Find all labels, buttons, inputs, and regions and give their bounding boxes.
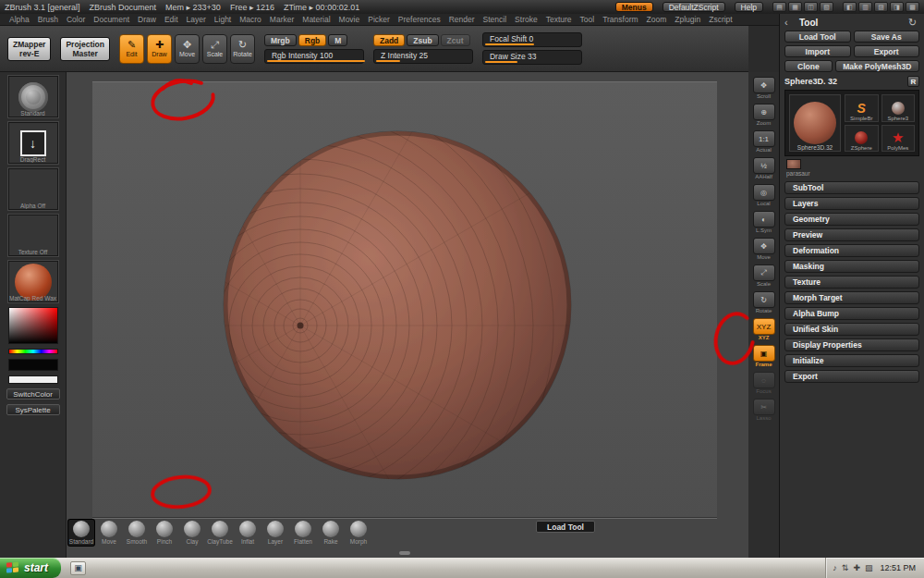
- brush-preset[interactable]: Layer: [262, 520, 288, 546]
- draw-size-slider[interactable]: Draw Size 33: [482, 50, 582, 65]
- menu-item[interactable]: Draw: [138, 15, 156, 24]
- menu-item[interactable]: Alpha: [9, 15, 30, 24]
- tool-panel-button[interactable]: Clone: [784, 60, 833, 72]
- brush-preset[interactable]: Smooth: [124, 520, 150, 546]
- horizontal-scrollbar-thumb[interactable]: [399, 551, 410, 555]
- tool-panel-button[interactable]: Export: [854, 45, 920, 57]
- sculpt-mode-toggle[interactable]: Zadd: [373, 34, 405, 46]
- brush-preset[interactable]: Flatten: [290, 520, 316, 546]
- switch-color-button[interactable]: SwitchColor: [6, 388, 60, 400]
- tool-slot-polymesh[interactable]: ★ PolyMes: [881, 125, 916, 153]
- tool-section-header[interactable]: Geometry: [784, 213, 919, 226]
- rgb-intensity-slider[interactable]: Rgb Intensity 100: [264, 49, 364, 64]
- restore-config-button[interactable]: R: [907, 76, 919, 87]
- tool-section-header[interactable]: SubTool: [784, 181, 919, 194]
- brush-preset[interactable]: Inflat: [235, 520, 261, 546]
- focal-shift-slider[interactable]: Focal Shift 0: [482, 32, 582, 47]
- tool-panel-button[interactable]: Import: [784, 45, 851, 57]
- menu-item[interactable]: Edit: [164, 15, 178, 24]
- view-control[interactable]: XYZ XYZ: [753, 318, 775, 340]
- alpha-thumbnail[interactable]: Alpha Off: [8, 168, 58, 210]
- menu-item[interactable]: Zscript: [709, 15, 733, 24]
- sculpt-mode-toggle[interactable]: Zcut: [441, 34, 470, 46]
- brush-preset[interactable]: Morph: [346, 520, 371, 546]
- zmapper-button[interactable]: ZMapperrev-E: [7, 37, 51, 61]
- tool-section-header[interactable]: Layers: [784, 197, 919, 210]
- titlebar-tool-icon[interactable]: ◧: [843, 2, 857, 12]
- texture-thumbnail[interactable]: Texture Off: [8, 215, 58, 256]
- sys-palette-button[interactable]: SysPalette: [6, 404, 60, 415]
- menu-item[interactable]: Macro: [239, 15, 261, 24]
- tool-slot-simplebrush[interactable]: S SimpleBr: [845, 94, 879, 122]
- color-mode-toggle[interactable]: M: [328, 34, 347, 46]
- brush-preset[interactable]: Clay: [179, 520, 205, 546]
- titlebar-tool-icon[interactable]: ▥: [858, 2, 872, 12]
- menu-item[interactable]: Stencil: [483, 15, 507, 24]
- active-tool-thumbnail[interactable]: Sphere3D.32: [789, 94, 841, 152]
- brush-preset[interactable]: Move: [96, 520, 122, 546]
- menu-item[interactable]: Stroke: [515, 15, 538, 24]
- tool-panel-button[interactable]: Make PolyMesh3D: [835, 60, 919, 72]
- collapse-arrow-icon[interactable]: ‹: [784, 17, 796, 28]
- menu-item[interactable]: Transform: [602, 15, 638, 24]
- menu-item[interactable]: Preferences: [398, 15, 441, 24]
- start-button[interactable]: start: [0, 558, 61, 578]
- menu-item[interactable]: Brush: [38, 15, 58, 24]
- tool-section-header[interactable]: Initialize: [784, 354, 919, 367]
- view-control[interactable]: ◐ L.Sym: [753, 211, 775, 233]
- view-control[interactable]: ▣ Frame: [753, 345, 775, 367]
- view-control[interactable]: ✥ Move: [753, 238, 775, 260]
- menu-item[interactable]: Document: [93, 15, 129, 24]
- display-icon[interactable]: ▨: [865, 563, 873, 572]
- menu-item[interactable]: Render: [449, 15, 475, 24]
- current-brush-thumbnail[interactable]: Standard: [8, 76, 58, 117]
- tool-section-header[interactable]: Masking: [784, 260, 919, 273]
- menu-item[interactable]: Movie: [339, 15, 360, 24]
- tool-section-header[interactable]: Deformation: [784, 244, 919, 257]
- tool-section-header[interactable]: Morph Target: [784, 291, 919, 304]
- tool-section-header[interactable]: Alpha Bump: [784, 307, 919, 320]
- tool-section-header[interactable]: Export: [784, 370, 919, 383]
- menu-item[interactable]: Texture: [546, 15, 572, 24]
- tool-panel-button[interactable]: Load Tool: [784, 31, 851, 43]
- titlebar-tool-icon[interactable]: ▤: [772, 2, 786, 12]
- menu-item[interactable]: Marker: [270, 15, 294, 24]
- titlebar-tool-icon[interactable]: ▩: [906, 2, 919, 12]
- tool-section-header[interactable]: Texture: [784, 276, 919, 289]
- brush-preset[interactable]: Rake: [318, 520, 344, 546]
- viewport-canvas[interactable]: Standard Move Smooth Pinch: [67, 72, 748, 558]
- brush-preset[interactable]: Pinch: [152, 520, 177, 546]
- material-thumbnail[interactable]: MatCap Red Wax: [8, 261, 58, 302]
- view-control[interactable]: ◌ Focus: [753, 372, 775, 394]
- load-tool-shortcut-button[interactable]: Load Tool: [536, 521, 595, 533]
- tool-slot-zsphere[interactable]: ZSphere: [845, 125, 879, 153]
- main-color-swatch[interactable]: [8, 359, 58, 371]
- sphere-3d-model[interactable]: [67, 72, 748, 558]
- titlebar-tool-icon[interactable]: ▧: [820, 2, 833, 12]
- view-control[interactable]: ◎ Local: [753, 184, 775, 206]
- tool-section-header[interactable]: Unified Skin: [784, 323, 919, 336]
- refresh-icon[interactable]: ↻: [908, 17, 919, 29]
- view-control[interactable]: 1:1 Actual: [753, 130, 775, 153]
- mode-button[interactable]: ✎ Edit: [119, 34, 144, 64]
- brush-preset[interactable]: ClayTube: [207, 520, 233, 546]
- menu-item[interactable]: Tool: [580, 15, 595, 24]
- mode-button[interactable]: ⤢ Scale: [202, 34, 227, 64]
- recent-tool[interactable]: parasaur: [786, 159, 919, 177]
- menu-item[interactable]: Color: [67, 15, 85, 24]
- stroke-thumbnail[interactable]: ↓ DragRect: [8, 122, 58, 164]
- defaultzscript-button[interactable]: DefaultZScript: [663, 2, 725, 12]
- volume-icon[interactable]: ♪: [833, 563, 837, 572]
- menu-item[interactable]: Light: [214, 15, 231, 24]
- menu-item[interactable]: Zplugin: [675, 15, 700, 24]
- hue-strip[interactable]: [8, 349, 58, 354]
- titlebar-tool-icon[interactable]: ▦: [788, 2, 802, 12]
- menu-item[interactable]: Material: [302, 15, 330, 24]
- view-control[interactable]: ✥ Scroll: [753, 77, 775, 99]
- menu-item[interactable]: Layer: [187, 15, 206, 24]
- security-icon[interactable]: ✚: [853, 563, 860, 572]
- z-intensity-slider[interactable]: Z Intensity 25: [373, 49, 473, 64]
- color-mode-toggle[interactable]: Rgb: [298, 34, 327, 46]
- view-control[interactable]: ½ AAHalf: [753, 157, 775, 179]
- sculpt-mode-toggle[interactable]: Zsub: [407, 34, 438, 46]
